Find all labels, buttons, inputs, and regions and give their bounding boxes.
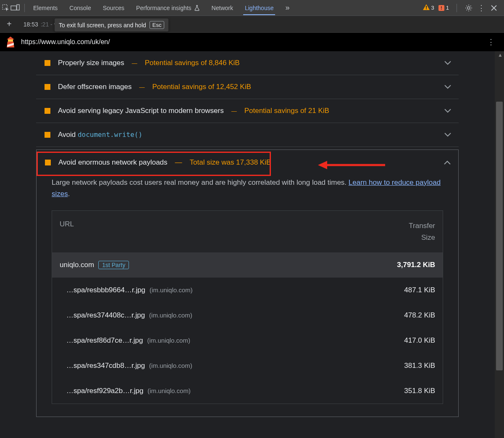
devtools-tabbar: Elements Console Sources Performance ins… xyxy=(0,0,504,16)
table-row[interactable]: …spa/res374408c…r.jpg(im.uniqlo.com)478.… xyxy=(52,303,443,328)
row-path: …spa/resf929a2b…r.jpg xyxy=(66,387,143,395)
table-row[interactable]: …spa/resf86d7ce…r.jpg(im.uniqlo.com)417.… xyxy=(52,328,443,353)
row-size: 417.0 KiB xyxy=(404,336,435,345)
warning-square-icon xyxy=(45,60,50,66)
audit-header[interactable]: Avoid enormous network payloads — Total … xyxy=(37,150,458,175)
device-toolbar-icon[interactable] xyxy=(11,4,19,12)
row-path: …spa/resf86d7ce…r.jpg xyxy=(66,336,143,345)
group-size: 3,791.2 KiB xyxy=(397,261,435,269)
audit-avoid-document-write[interactable]: Avoid document.write() xyxy=(36,123,459,147)
row-size: 478.2 KiB xyxy=(404,311,435,320)
table-row[interactable]: …spa/resbbb9664…r.jpg(im.uniqlo.com)487.… xyxy=(52,278,443,303)
chevron-up-icon xyxy=(444,160,451,166)
tab-sources[interactable]: Sources xyxy=(98,1,129,15)
kebab-menu-icon[interactable]: ⋮ xyxy=(477,4,486,12)
report-url: https://www.uniqlo.com/uk/en/ xyxy=(21,38,110,46)
report-time: 18:53 xyxy=(24,21,38,28)
row-path: …spa/resbbb9664…r.jpg xyxy=(66,286,145,294)
row-size: 381.3 KiB xyxy=(404,362,435,370)
table-row[interactable]: …spa/resf929a2b…r.jpg(im.uniqlo.com)351.… xyxy=(52,378,443,404)
audit-title: Avoid serving legacy JavaScript to moder… xyxy=(58,107,224,115)
audit-savings: Potential savings of 21 KiB xyxy=(244,107,329,115)
row-path: …spa/res347cdb8…r.jpg xyxy=(66,362,145,370)
dash: — xyxy=(175,158,182,167)
warning-square-icon xyxy=(45,108,50,114)
warning-icon xyxy=(423,4,430,11)
dash: — xyxy=(132,60,137,66)
audit-title: Avoid enormous network payloads xyxy=(58,158,168,167)
payload-table: URL Transfer Size uniqlo.com 1st Party 3… xyxy=(52,210,443,404)
warnings-badge[interactable]: 3 xyxy=(423,4,434,11)
group-domain: uniqlo.com xyxy=(60,261,94,269)
row-path: …spa/res374408c…r.jpg xyxy=(66,311,145,320)
dash: — xyxy=(139,84,144,90)
tab-performance-insights[interactable]: Performance insights xyxy=(131,1,205,15)
tab-label: Performance insights xyxy=(136,5,192,11)
audit-description: Large network payloads cost users real m… xyxy=(52,177,443,199)
new-report-button[interactable]: + xyxy=(3,19,15,29)
audit-avoid-legacy-js[interactable]: Avoid serving legacy JavaScript to moder… xyxy=(36,99,459,123)
chevron-down-icon xyxy=(444,84,451,90)
svg-rect-1 xyxy=(11,6,16,10)
row-host: (im.uniqlo.com) xyxy=(149,362,192,369)
report-content: Properly size images — Potential savings… xyxy=(0,51,504,438)
row-size: 487.1 KiB xyxy=(404,286,435,294)
tab-lighthouse[interactable]: Lighthouse xyxy=(240,1,279,15)
hint-text: To exit full screen, press and hold xyxy=(59,22,146,29)
code-text: document.write() xyxy=(78,131,142,139)
close-icon[interactable] xyxy=(490,4,498,12)
svg-point-5 xyxy=(467,7,470,9)
scroll-up-icon[interactable]: ▲ xyxy=(498,52,503,58)
audit-defer-offscreen-images[interactable]: Defer offscreen images — Potential savin… xyxy=(36,75,459,99)
audit-title: Properly size images xyxy=(58,59,124,67)
report-url-bar: https://www.uniqlo.com/uk/en/ ⋮ xyxy=(0,33,504,51)
table-group-row[interactable]: uniqlo.com 1st Party 3,791.2 KiB xyxy=(52,252,443,278)
warning-square-icon xyxy=(45,160,51,165)
audit-title: Defer offscreen images xyxy=(58,83,131,91)
tab-console[interactable]: Console xyxy=(64,1,96,15)
svg-rect-6 xyxy=(8,39,13,42)
row-size: 351.8 KiB xyxy=(404,387,435,395)
col-transfer-size: Transfer Size xyxy=(389,220,435,243)
svg-rect-4 xyxy=(426,8,427,9)
errors-badge[interactable]: ! 1 xyxy=(438,5,449,11)
report-menu-icon[interactable]: ⋮ xyxy=(484,36,498,48)
svg-rect-3 xyxy=(426,6,427,8)
scrollbar-thumb[interactable] xyxy=(496,102,503,370)
chevron-down-icon xyxy=(444,108,451,114)
flask-icon xyxy=(194,5,200,11)
inspect-icon[interactable] xyxy=(2,4,10,12)
chevron-down-icon xyxy=(444,132,451,138)
tab-elements[interactable]: Elements xyxy=(28,1,63,15)
warning-square-icon xyxy=(45,132,50,138)
svg-rect-2 xyxy=(17,5,19,10)
error-icon: ! xyxy=(438,5,444,11)
audit-savings: Potential savings of 8,846 KiB xyxy=(145,59,240,67)
first-party-badge: 1st Party xyxy=(98,261,129,269)
chevron-down-icon xyxy=(444,60,451,66)
audit-title: Avoid document.write() xyxy=(58,131,142,139)
scrollbar-corner xyxy=(495,429,504,438)
table-row[interactable]: …spa/res347cdb8…r.jpg(im.uniqlo.com)381.… xyxy=(52,353,443,378)
warning-square-icon xyxy=(45,84,50,90)
settings-icon[interactable] xyxy=(465,4,473,12)
table-header: URL Transfer Size xyxy=(52,211,443,252)
annotation-arrow xyxy=(318,160,385,171)
audit-savings: Total size was 17,338 KiB xyxy=(190,158,271,167)
row-host: (im.uniqlo.com) xyxy=(149,312,192,319)
audit-list: Properly size images — Potential savings… xyxy=(36,51,459,417)
row-host: (im.uniqlo.com) xyxy=(147,337,190,344)
col-url: URL xyxy=(60,220,389,243)
audit-properly-size-images[interactable]: Properly size images — Potential savings… xyxy=(36,51,459,75)
tabs-overflow[interactable]: » xyxy=(280,0,294,16)
row-host: (im.uniqlo.com) xyxy=(150,286,193,294)
audit-savings: Potential savings of 12,452 KiB xyxy=(152,83,251,91)
fullscreen-hint-tooltip: To exit full screen, press and hold Esc xyxy=(55,18,168,31)
warnings-count: 3 xyxy=(431,5,434,11)
audit-enormous-payloads: Avoid enormous network payloads — Total … xyxy=(36,149,459,417)
esc-key-badge: Esc xyxy=(150,21,165,29)
lighthouse-logo-icon xyxy=(6,37,15,47)
row-host: (im.uniqlo.com) xyxy=(147,387,191,394)
tab-network[interactable]: Network xyxy=(207,1,238,15)
errors-count: 1 xyxy=(446,5,449,11)
